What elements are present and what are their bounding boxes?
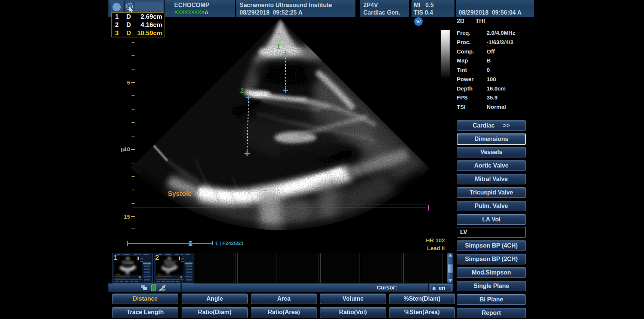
svg-text:1: 1 — [114, 254, 118, 261]
svg-text:1 | F242/321: 1 | F242/321 — [215, 240, 244, 246]
svg-text:1: 1 — [277, 43, 280, 50]
svg-text:2: 2 — [155, 254, 159, 261]
svg-text:Systole: Systole — [168, 190, 192, 197]
svg-text:2: 2 — [240, 87, 244, 94]
